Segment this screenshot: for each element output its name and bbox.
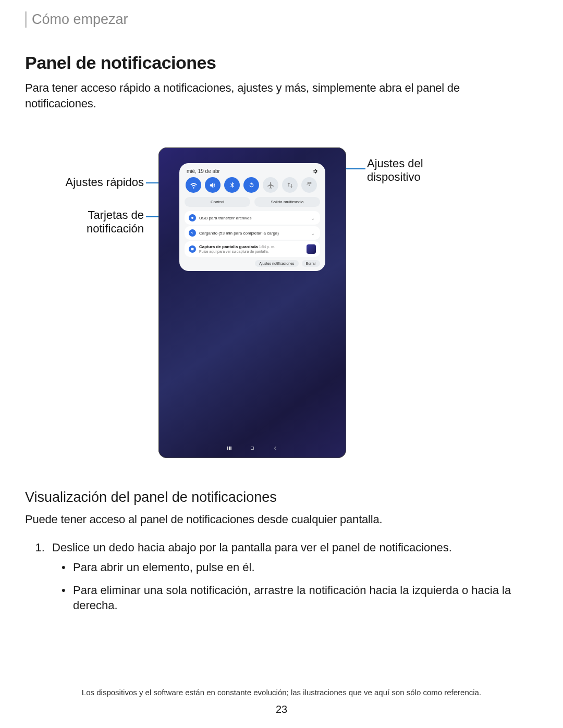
notification-panel: mié, 19 de abr Control Salida multimedia [179,163,325,271]
quick-settings-row [185,177,320,197]
svg-rect-2 [251,447,254,450]
rotate-icon[interactable] [243,177,259,193]
segment-media[interactable]: Salida multimedia [254,197,320,207]
antenna-icon[interactable] [301,177,317,193]
svg-point-0 [191,217,193,219]
usb-icon [189,214,196,221]
subheading: Visualización del panel de notificacione… [25,489,532,505]
page-title: Panel de notificaciones [25,53,532,73]
airplane-icon[interactable] [263,177,278,193]
device-mock: mié, 19 de abr Control Salida multimedia [158,147,346,458]
notification-list: USB para transferir archivos ⌄ Cargando … [185,211,320,257]
svg-rect-1 [191,248,194,251]
intro-paragraph: Para tener acceso rápido a notificacione… [25,80,532,111]
device-navbar [158,445,346,453]
notification-panel-figure: Ajustes rápidos Tarjetas de notificación… [33,147,523,460]
notification-text: Captura de pantalla guardada 1:54 p. m. … [199,244,303,254]
screenshot-icon [189,245,196,253]
notification-card[interactable]: USB para transferir archivos ⌄ [185,211,320,225]
notification-settings-button[interactable]: Ajustes notificaciones [255,260,298,267]
sound-icon[interactable] [205,177,221,193]
breadcrumb: Cómo empezar [25,11,532,28]
notification-subtitle: Pulse aquí para ver su captura de pantal… [199,250,303,254]
notification-card[interactable]: Cargando (53 min para completar la carga… [185,226,320,240]
segment-row: Control Salida multimedia [185,197,320,207]
recents-icon[interactable] [226,445,232,453]
bullet-list: Para abrir un elemento, pulse en él. Par… [71,560,532,613]
home-icon[interactable] [249,445,255,453]
breadcrumb-text: Cómo empezar [32,11,128,27]
bullet-item: Para eliminar una sola notificación, arr… [71,583,532,613]
chevron-down-icon: ⌄ [311,230,316,236]
step-item: Deslice un dedo hacia abajo por la panta… [48,541,532,613]
battery-icon [189,229,196,237]
notification-card[interactable]: Captura de pantalla guardada 1:54 p. m. … [185,241,320,257]
clear-button[interactable]: Borrar [302,260,320,267]
callout-quick-settings: Ajustes rápidos [33,176,144,189]
panel-header: mié, 19 de abr [185,168,320,177]
wifi-icon[interactable] [186,177,201,193]
notification-title: USB para transferir archivos [199,216,308,221]
chevron-down-icon: ⌄ [311,215,316,221]
callout-device-settings: Ajustes del dispositivo [367,157,471,183]
back-icon[interactable] [272,445,278,453]
panel-footer: Ajustes notificaciones Borrar [185,260,320,267]
footnote: Los dispositivos y el software están en … [0,688,563,697]
callout-notification-cards: Tarjetas de notificación [33,208,144,235]
notification-title: Cargando (53 min para completar la carga… [199,231,308,236]
steps-list: Deslice un dedo hacia abajo por la panta… [48,541,532,613]
panel-date: mié, 19 de abr [187,168,220,174]
step-text: Deslice un dedo hacia abajo por la panta… [52,541,452,554]
notification-title: Captura de pantalla guardada [199,244,258,249]
segment-control[interactable]: Control [185,197,250,207]
bluetooth-icon[interactable] [224,177,240,193]
bullet-item: Para abrir un elemento, pulse en él. [71,560,532,575]
screenshot-thumbnail [307,244,316,254]
gear-icon[interactable] [312,168,318,174]
notification-timestamp: 1:54 p. m. [259,245,275,249]
page-number: 23 [0,704,563,715]
body-paragraph: Puede tener acceso al panel de notificac… [25,512,532,527]
updown-icon[interactable] [282,177,298,193]
